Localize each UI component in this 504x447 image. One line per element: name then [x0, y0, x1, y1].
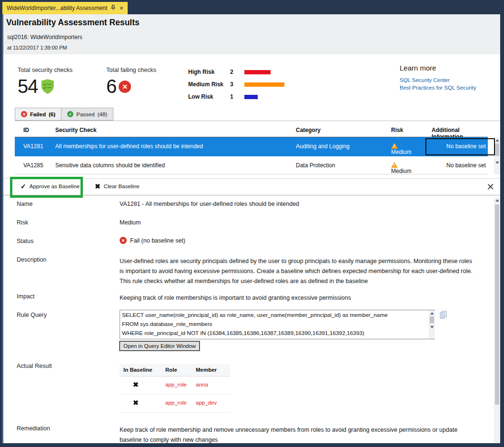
impact-label: Impact — [17, 293, 35, 300]
link-sql-security-center[interactable]: SQL Security Center — [400, 76, 476, 84]
status-label: Status — [17, 238, 33, 244]
passed-tab-icon: ✓ — [67, 111, 73, 117]
query-scrollbar[interactable] — [429, 310, 435, 339]
pin-icon[interactable] — [111, 5, 116, 11]
passed-tab-count: (48) — [98, 112, 107, 117]
query-line: FROM sys.database_role_members — [122, 320, 426, 329]
col-security-check: Security Check — [55, 127, 97, 133]
row-risk: Medium — [391, 162, 398, 168]
high-risk-label: High Risk — [188, 69, 230, 75]
risk-legend-row-high: High Risk 2 — [188, 66, 284, 78]
tab-failed[interactable]: ✕ Failed (6) — [15, 108, 61, 121]
col-category: Category — [296, 127, 321, 133]
document-tab[interactable]: WideWorldImporter...ability Assessment ✕ — [2, 2, 128, 14]
rule-query-label: Rule Query — [17, 312, 47, 318]
impact-value: Keeping track of role memberships is imp… — [120, 293, 474, 303]
total-checks-label: Total security checks — [18, 67, 72, 73]
failed-tab-label: Failed — [30, 112, 46, 117]
risk-legend-row-medium: Medium Risk 3 — [188, 78, 284, 91]
risk-legend: High Risk 2 Medium Risk 3 Low Risk 1 — [188, 66, 284, 103]
status-value: ✕ Fail (no baseline set) — [120, 237, 185, 244]
medium-risk-count: 3 — [230, 81, 244, 88]
x-icon: ✖ — [95, 183, 101, 190]
not-in-baseline-icon: ✖ — [133, 399, 139, 406]
scroll-up-icon[interactable] — [495, 199, 499, 202]
row-risk: Medium — [391, 143, 398, 149]
learn-more-section: Learn more SQL Security Center Best Prac… — [400, 64, 476, 91]
scrollbar-thumb[interactable] — [495, 143, 499, 156]
scan-timestamp: at 11/22/2017 1:39:00 PM — [7, 45, 67, 51]
row-check: Sensitive data columns should be identif… — [55, 162, 165, 169]
col-in-baseline: In Baseline — [123, 367, 152, 373]
remediation-label: Remediation — [17, 425, 50, 432]
learn-more-title: Learn more — [400, 64, 476, 72]
open-in-query-editor-button[interactable]: Open in Query Editor Window — [120, 341, 200, 351]
vulnerability-assessment-pane: Vulnerability Assessment Results sql2016… — [3, 14, 500, 443]
row-category: Auditing and Logging — [296, 143, 350, 150]
page-title: Vulnerability Assessment Results — [6, 18, 140, 28]
low-risk-bar — [244, 95, 258, 99]
server-database-label: sql2016: WideWorldImporters — [7, 34, 82, 41]
actual-result-row: ✖ app_role app_dev — [120, 395, 230, 413]
scroll-down-icon[interactable] — [430, 326, 434, 328]
scrollbar-thumb[interactable] — [430, 316, 434, 323]
name-label: Name — [17, 201, 32, 207]
failed-tab-count: (6) — [49, 112, 55, 117]
close-details-icon[interactable]: ✕ — [486, 181, 494, 193]
result-tabs: ✕ Failed (6) ✓ Passed (48) — [15, 108, 113, 121]
member-value: anna — [196, 382, 208, 387]
copy-query-icon[interactable] — [440, 311, 447, 321]
link-best-practices[interactable]: Best Practices for SQL Security — [400, 84, 476, 91]
member-value: app_dev — [196, 400, 217, 406]
row-category: Data Protection — [296, 162, 335, 169]
query-line: SELECT user_name(role_principal_id) as r… — [122, 311, 426, 320]
actual-result-row: ✖ app_role anna — [120, 376, 230, 395]
medium-risk-bar — [244, 82, 284, 87]
failing-checks-value: 6 — [106, 76, 116, 97]
actual-result-table: In Baseline Role Member ✖ app_role anna … — [120, 364, 230, 413]
annotation-highlight-box — [10, 177, 83, 198]
col-member: Member — [196, 367, 217, 373]
document-tab-strip: WideWorldImporter...ability Assessment ✕ — [0, 0, 504, 14]
row-check: All memberships for user-defined roles s… — [55, 143, 203, 150]
tab-passed[interactable]: ✓ Passed (48) — [61, 108, 113, 121]
medium-risk-label: Medium Risk — [188, 81, 230, 88]
role-value: app_role — [165, 382, 187, 387]
table-row-va1285[interactable]: VA1285 Sensitive data columns should be … — [15, 156, 488, 174]
row-id: VA1281 — [23, 143, 43, 150]
query-line: WHERE role_principal_id NOT IN (16384,16… — [122, 329, 426, 338]
low-risk-count: 1 — [230, 93, 244, 100]
rule-query-textbox[interactable]: SELECT user_name(role_principal_id) as r… — [120, 310, 435, 339]
actual-result-label: Actual Result — [17, 363, 52, 369]
warning-icon — [391, 162, 398, 168]
col-role: Role — [165, 367, 177, 373]
failing-checks-label: Total failing checks — [106, 67, 156, 73]
scroll-up-icon[interactable] — [495, 139, 499, 142]
table-row-va1281[interactable]: VA1281 All memberships for user-defined … — [15, 137, 488, 156]
total-security-checks-stat: Total security checks 54 — [18, 67, 72, 97]
warning-icon — [391, 143, 398, 149]
scrollbar-thumb[interactable] — [495, 204, 499, 405]
col-risk: Risk — [391, 127, 403, 133]
results-table-header: ID Security Check Category Risk Addition… — [15, 123, 488, 137]
risk-value: Medium — [120, 219, 141, 226]
total-failing-checks-stat: Total failing checks 6 ✕ — [106, 67, 156, 97]
row-additional-info: No baseline set — [446, 162, 486, 169]
low-risk-label: Low Risk — [188, 93, 230, 100]
clear-baseline-button[interactable]: ✖ Clear Baseline — [95, 183, 140, 190]
shield-checklist-icon — [40, 79, 55, 94]
header-band: Vulnerability Assessment Results sql2016… — [3, 14, 500, 54]
scroll-down-icon[interactable] — [495, 162, 499, 164]
row-id: VA1285 — [23, 162, 43, 169]
high-risk-count: 2 — [230, 69, 244, 75]
actual-result-header: In Baseline Role Member — [120, 364, 230, 376]
tab-close-icon[interactable]: ✕ — [119, 5, 123, 11]
description-value: User-defined roles are security principa… — [120, 256, 474, 286]
passed-tab-label: Passed — [76, 112, 94, 117]
scroll-up-icon[interactable] — [430, 312, 434, 315]
role-value: app_role — [165, 400, 187, 406]
fail-circle-icon: ✕ — [119, 81, 131, 93]
details-scrollbar[interactable] — [494, 197, 500, 443]
focused-cell-outline — [425, 138, 495, 155]
col-id: ID — [23, 127, 29, 133]
